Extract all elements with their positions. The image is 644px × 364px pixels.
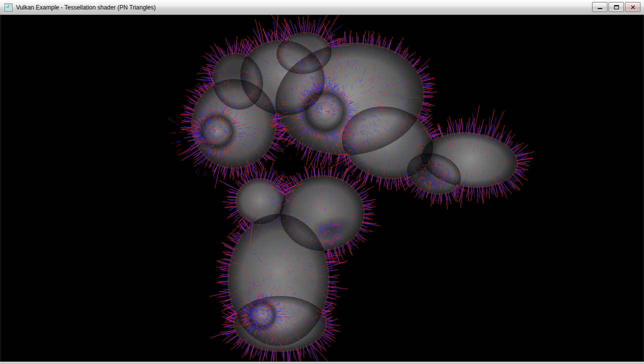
app-window: Vulkan Example - Tessellation shader (PN… — [0, 0, 644, 364]
close-button[interactable] — [625, 2, 640, 12]
maximize-icon — [614, 5, 619, 10]
window-title: Vulkan Example - Tessellation shader (PN… — [16, 4, 156, 11]
maximize-button[interactable] — [608, 2, 624, 12]
close-icon — [630, 5, 636, 10]
window-frame-bottom — [0, 362, 644, 364]
render-viewport[interactable] — [1, 15, 643, 362]
titlebar[interactable]: Vulkan Example - Tessellation shader (PN… — [0, 0, 644, 15]
caption-buttons — [592, 2, 640, 12]
minimize-button[interactable] — [592, 2, 608, 12]
minimize-icon — [598, 5, 602, 10]
app-icon — [4, 4, 12, 12]
window-frame-left — [0, 15, 1, 362]
